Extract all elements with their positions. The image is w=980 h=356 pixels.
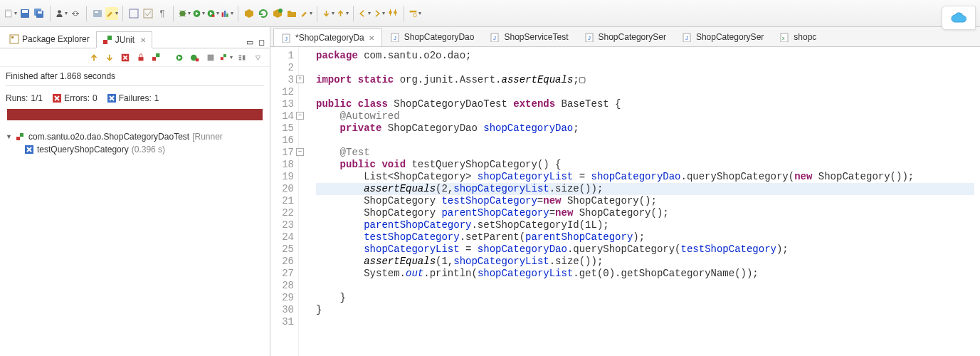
highlight-button[interactable] — [105, 7, 118, 20]
package-explorer-label: Package Explorer — [22, 34, 90, 44]
editor-body[interactable]: 123+121314−151617−1819202122232425262728… — [270, 47, 980, 356]
svg-rect-43 — [16, 137, 20, 140]
java-file-icon: J — [281, 33, 291, 43]
editor-tab-label: shopc — [794, 32, 816, 42]
test-class-row[interactable]: ▼ com.santu.o2o.dao.ShopCategoryDaoTest … — [6, 130, 264, 143]
cloud-icon — [950, 12, 967, 23]
svg-rect-17 — [222, 12, 223, 17]
junit-label: JUnit — [115, 35, 135, 45]
run-external-button[interactable] — [206, 7, 219, 20]
code-content[interactable]: package com.santu.o2o.dao; import static… — [310, 47, 980, 356]
open-resource-button[interactable] — [285, 7, 298, 20]
test-fail-icon — [24, 145, 34, 155]
rerun-last-button[interactable] — [173, 51, 186, 64]
toolbar-sep — [238, 6, 238, 21]
coverage-button[interactable] — [221, 7, 233, 20]
edit-button[interactable] — [300, 7, 312, 20]
errors-label: Errors: — [64, 93, 90, 103]
editor-tab-label: ShopCategoryDao — [404, 32, 475, 42]
java-file-icon: J — [390, 32, 400, 42]
junit-view: Package Explorer JUnit ✕ ▭ ◻ ▽ Fi — [0, 27, 270, 356]
open-task-button[interactable] — [142, 7, 154, 20]
show-whitespace-button[interactable]: ¶ — [156, 7, 169, 20]
back-button[interactable] — [358, 7, 371, 20]
editor-tab[interactable]: JShopCategorySer — [674, 28, 771, 46]
svg-rect-19 — [226, 14, 228, 17]
editor-tab[interactable]: JShopCategorySer — [576, 28, 674, 46]
toolbar-sep — [353, 6, 354, 21]
new-server-button[interactable] — [91, 7, 104, 20]
editor-tab[interactable]: JShopServiceTest — [482, 28, 576, 46]
search-button[interactable] — [409, 7, 421, 20]
test-method-row[interactable]: testQueryShopCategory (0.396 s) — [6, 143, 264, 156]
java-file-icon: x — [779, 32, 789, 42]
svg-rect-11 — [130, 9, 138, 18]
run-button[interactable] — [192, 7, 205, 20]
test-history-button[interactable] — [220, 51, 233, 64]
stop-junit-button[interactable] — [204, 51, 217, 64]
forward-button[interactable] — [372, 7, 385, 20]
new-package-button[interactable] — [243, 7, 255, 20]
svg-rect-26 — [107, 36, 112, 40]
show-failures-only-button[interactable] — [119, 51, 132, 64]
package-explorer-tab[interactable]: Package Explorer — [3, 31, 96, 48]
svg-rect-9 — [93, 10, 102, 17]
fold-toggle[interactable]: − — [296, 148, 304, 156]
svg-rect-1 — [6, 10, 11, 11]
scroll-lock-button[interactable] — [135, 51, 147, 64]
svg-point-7 — [58, 10, 61, 14]
rerun-test-button[interactable] — [150, 51, 163, 64]
pin-button[interactable] — [236, 51, 248, 64]
fold-toggle[interactable]: − — [296, 112, 304, 120]
view-menu-button[interactable]: ▽ — [251, 51, 264, 64]
svg-point-22 — [413, 14, 417, 17]
svg-rect-12 — [144, 9, 152, 18]
close-icon[interactable]: ✕ — [369, 34, 374, 42]
close-icon[interactable]: ✕ — [140, 36, 146, 44]
fold-toggle[interactable]: + — [296, 75, 304, 83]
test-method-name: testQueryShopCategory — [37, 145, 129, 155]
svg-rect-23 — [10, 35, 19, 43]
errors-stat: Errors: 0 — [53, 93, 98, 103]
prev-failure-button[interactable] — [88, 51, 100, 64]
link-editor-button[interactable] — [69, 7, 82, 20]
cloud-sync-badge[interactable] — [942, 6, 976, 30]
junit-tab[interactable]: JUnit ✕ — [96, 31, 152, 48]
next-failure-button[interactable] — [103, 51, 116, 64]
refresh-button[interactable] — [257, 7, 270, 20]
test-suite-icon — [16, 132, 26, 142]
maximize-view-button[interactable]: ◻ — [255, 36, 267, 48]
failure-icon — [107, 94, 116, 103]
svg-rect-24 — [11, 36, 14, 38]
editor-tab[interactable]: J*ShopCategoryDa✕ — [273, 28, 382, 47]
next-annotation-button[interactable] — [322, 7, 334, 20]
user-button[interactable] — [55, 7, 68, 20]
prev-annotation-button[interactable] — [336, 7, 349, 20]
editor-tab[interactable]: xshopc — [771, 28, 824, 46]
svg-rect-29 — [152, 57, 156, 61]
toolbar-sep — [317, 6, 317, 21]
save-button[interactable] — [19, 7, 31, 20]
svg-rect-33 — [196, 58, 199, 61]
debug-button[interactable] — [178, 7, 191, 20]
junit-tree: ▼ com.santu.o2o.dao.ShopCategoryDaoTest … — [0, 127, 270, 159]
editor-tab-label: *ShopCategoryDa — [295, 33, 364, 43]
minimize-view-button[interactable]: ▭ — [244, 36, 255, 48]
svg-rect-28 — [139, 57, 144, 61]
home-button[interactable] — [386, 7, 399, 20]
svg-rect-44 — [20, 133, 23, 137]
svg-rect-21 — [410, 10, 417, 11]
open-type-button[interactable] — [127, 7, 140, 20]
svg-text:J: J — [588, 35, 591, 41]
svg-rect-25 — [103, 40, 107, 44]
editor-tab-label: ShopCategorySer — [599, 32, 666, 42]
toolbar-sep — [50, 6, 51, 21]
rerun-failed-button[interactable] — [189, 51, 201, 64]
junit-icon — [102, 35, 112, 45]
new-wizard-button[interactable] — [4, 7, 17, 20]
failures-stat: Failures: 1 — [107, 93, 159, 103]
save-all-button[interactable] — [33, 7, 46, 20]
open-type-hierarchy-button[interactable] — [271, 7, 284, 20]
editor-tab[interactable]: JShopCategoryDao — [382, 28, 483, 46]
svg-rect-10 — [95, 11, 98, 13]
